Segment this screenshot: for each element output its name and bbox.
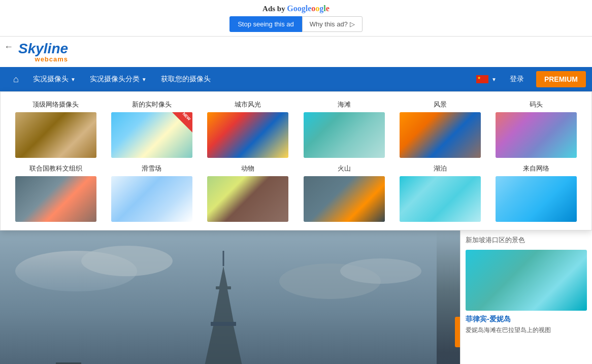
- scroll-indicator[interactable]: [455, 317, 460, 347]
- harbor-image: [496, 112, 577, 158]
- category-image-network: [496, 176, 577, 222]
- animals-image: [207, 176, 288, 222]
- main-content: 新加坡港口区的景色 菲律宾-爱妮岛 爱妮岛海滩在巴拉望岛上的视图: [0, 230, 592, 364]
- city-image: [207, 112, 288, 158]
- category-image-unesco: [15, 176, 96, 222]
- category-item-ski[interactable]: 滑雪场: [107, 164, 196, 222]
- language-chevron-icon: ▼: [491, 77, 497, 82]
- category-item-animals[interactable]: 动物: [203, 164, 293, 222]
- category-image-ski: [111, 176, 192, 222]
- category-image-lake: [400, 176, 481, 222]
- nav-item-webcams[interactable]: 实况摄像头 ▼: [26, 67, 83, 91]
- logo-skyline-text: Skyline: [18, 42, 68, 56]
- category-image-volcano: [304, 176, 385, 222]
- svg-rect-16: [216, 286, 231, 289]
- svg-point-4: [340, 258, 421, 284]
- svg-rect-18: [211, 322, 236, 326]
- category-item-landscape[interactable]: 风景: [395, 100, 485, 158]
- category-grid-row2: 联合国教科文组织 滑雪场 动物 火山 湖泊: [11, 164, 581, 222]
- category-item-volcano[interactable]: 火山: [299, 164, 389, 222]
- ads-by-google-label: Ads by Googleoogle: [0, 4, 592, 13]
- seaside-image: [304, 112, 385, 158]
- nav-login-button[interactable]: 登录: [502, 75, 532, 84]
- ads-by-text: Ads by: [262, 5, 285, 13]
- svg-point-2: [81, 246, 173, 276]
- china-flag-icon: [476, 75, 488, 83]
- volcano-image: [304, 176, 385, 222]
- nav-item-get-camera[interactable]: 获取您的摄像头: [154, 67, 218, 91]
- ad-bar: Ads by Googleoogle Stop seeing this ad W…: [0, 0, 592, 37]
- nav-language-selector[interactable]: ▼: [471, 75, 502, 83]
- logo-webcams-text: webcams: [18, 56, 68, 62]
- main-camera-view: [0, 230, 460, 364]
- lake-image: [400, 176, 481, 222]
- sidebar-panel: 新加坡港口区的景色 菲律宾-爱妮岛 爱妮岛海滩在巴拉望岛上的视图: [460, 230, 592, 364]
- nav-item-categories[interactable]: 实况摄像头分类 ▼: [83, 67, 154, 91]
- network-image: [496, 176, 577, 222]
- category-image-harbor: [496, 112, 577, 158]
- pyramids-image: [15, 112, 96, 158]
- category-image-top-webcams: [15, 112, 96, 158]
- ad-buttons-group: Stop seeing this ad Why this ad? ▷: [0, 16, 592, 32]
- category-item-harbor[interactable]: 码头: [491, 100, 581, 158]
- category-item-city[interactable]: 城市风光: [203, 100, 293, 158]
- moai-image: [15, 176, 96, 222]
- main-image-area: [0, 230, 460, 364]
- category-dropdown: 顶级网络摄像头 新的实时像头 NEW 城市风光 海滩: [0, 91, 592, 230]
- chevron-down-icon: ▼: [71, 77, 76, 82]
- category-image-landscape: [400, 112, 481, 158]
- back-button[interactable]: ←: [4, 42, 13, 52]
- category-item-beach[interactable]: 海滩: [299, 100, 389, 158]
- row-spacer: [11, 158, 581, 164]
- stop-seeing-ad-button[interactable]: Stop seeing this ad: [229, 16, 302, 32]
- category-item-lake[interactable]: 湖泊: [395, 164, 485, 222]
- chevron-down-icon-2: ▼: [142, 77, 147, 82]
- category-item-unesco[interactable]: 联合国教科文组织: [11, 164, 101, 222]
- why-ad-icon: ▷: [350, 20, 355, 28]
- sidebar-location-text: 新加坡港口区的景色: [466, 236, 587, 245]
- category-image-new-webcams: NEW: [111, 112, 192, 158]
- why-this-ad-button[interactable]: Why this ad? ▷: [302, 16, 363, 32]
- google-text: Google: [287, 4, 311, 13]
- category-image-beach: [304, 112, 385, 158]
- sidebar-camera-title[interactable]: 菲律宾-爱妮岛: [466, 315, 587, 324]
- nav-premium-button[interactable]: PREMIUM: [536, 71, 586, 87]
- category-item-network[interactable]: 来自网络: [491, 164, 581, 222]
- category-image-city: [207, 112, 288, 158]
- site-header: ← Skyline webcams: [0, 37, 592, 67]
- nav-home-button[interactable]: ⌂: [6, 74, 26, 85]
- nav-bar: ⌂ 实况摄像头 ▼ 实况摄像头分类 ▼ 获取您的摄像头 ▼ 登录 PREMIUM: [0, 67, 592, 91]
- category-grid-row1: 顶级网络摄像头 新的实时像头 NEW 城市风光 海滩: [11, 100, 581, 158]
- ski-image: [111, 176, 192, 222]
- landscape-image: [400, 112, 481, 158]
- site-logo[interactable]: Skyline webcams: [18, 42, 68, 62]
- sidebar-camera-description: 爱妮岛海滩在巴拉望岛上的视图: [466, 326, 587, 335]
- category-item-new-webcams[interactable]: 新的实时像头 NEW: [107, 100, 196, 158]
- background-sky-svg: [0, 230, 437, 364]
- sidebar-camera-image[interactable]: [466, 250, 587, 311]
- category-item-top-webcams[interactable]: 顶级网络摄像头: [11, 100, 101, 158]
- category-image-animals: [207, 176, 288, 222]
